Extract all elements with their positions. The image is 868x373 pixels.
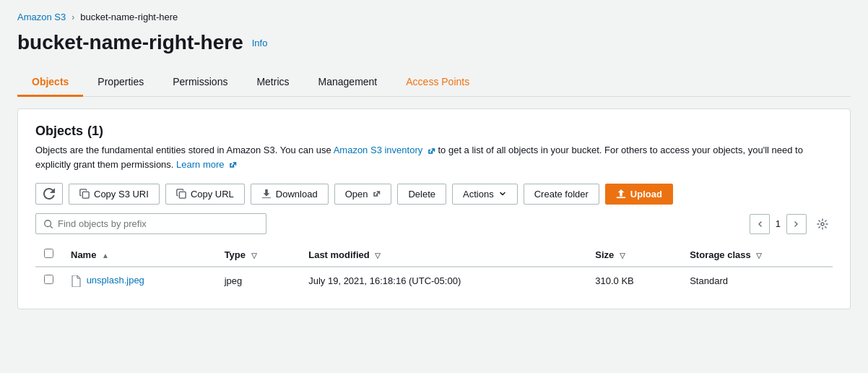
open-button[interactable]: Open	[334, 184, 392, 205]
tabs-container: Objects Properties Permissions Metrics M…	[17, 69, 851, 97]
panel-description: Objects are the fundamental entities sto…	[35, 143, 833, 171]
search-box	[35, 213, 266, 234]
panel-header: Objects (1) Objects are the fundamental …	[35, 124, 833, 171]
sort-size-icon: ▽	[620, 252, 625, 260]
sort-type-icon: ▽	[251, 252, 257, 260]
panel-count: (1)	[87, 124, 103, 139]
tab-permissions[interactable]: Permissions	[158, 69, 242, 97]
file-link[interactable]: unsplash.jpeg	[87, 275, 144, 286]
search-input[interactable]	[58, 218, 259, 229]
chevron-right-icon	[793, 220, 800, 228]
upload-icon	[616, 189, 626, 199]
row-modified-cell: July 19, 2021, 16:18:16 (UTC-05:00)	[300, 267, 586, 294]
table-settings-button[interactable]	[812, 214, 833, 234]
search-pagination-row: 1	[35, 213, 833, 234]
upload-button[interactable]: Upload	[605, 184, 673, 205]
learn-more-link[interactable]: Learn more	[176, 159, 224, 170]
copy-icon-url	[176, 189, 186, 199]
panel-title: Objects	[35, 124, 83, 139]
toolbar: Copy S3 URI Copy URL Download Open Delet…	[35, 183, 833, 205]
objects-panel: Objects (1) Objects are the fundamental …	[17, 108, 851, 309]
learn-more-external-icon	[228, 160, 237, 169]
copy-s3-uri-button[interactable]: Copy S3 URI	[69, 184, 160, 205]
pagination: 1	[750, 214, 833, 234]
tab-management[interactable]: Management	[304, 69, 392, 97]
row-name-cell: unsplash.jpeg	[62, 267, 216, 294]
actions-chevron-icon	[498, 189, 507, 198]
row-checkbox[interactable]	[44, 275, 53, 284]
column-header-size[interactable]: Size ▽	[586, 243, 681, 267]
file-icon	[71, 275, 81, 287]
external-link-icon	[427, 147, 435, 155]
row-checkbox-cell	[35, 267, 62, 294]
tab-metrics[interactable]: Metrics	[242, 69, 303, 97]
breadcrumb-amazon-s3-link[interactable]: Amazon S3	[17, 12, 66, 22]
sort-name-icon: ▲	[102, 252, 109, 260]
row-storage-class-cell: Standard	[681, 267, 833, 294]
sort-modified-icon: ▽	[375, 252, 381, 260]
sort-storage-icon: ▽	[756, 252, 762, 260]
column-header-storage-class[interactable]: Storage class ▽	[681, 243, 833, 267]
actions-button[interactable]: Actions	[452, 184, 518, 205]
settings-icon	[817, 218, 828, 230]
next-page-button[interactable]	[786, 214, 807, 234]
copy-icon-s3	[79, 189, 90, 199]
column-header-last-modified[interactable]: Last modified ▽	[300, 243, 586, 267]
chevron-left-icon	[756, 220, 763, 228]
row-size-cell: 310.0 KB	[586, 267, 681, 294]
delete-button[interactable]: Delete	[397, 184, 446, 205]
page-header: bucket-name-right-here Info	[17, 31, 851, 54]
svg-rect-0	[82, 192, 89, 198]
column-header-name[interactable]: Name ▲	[62, 243, 216, 267]
inventory-link[interactable]: Amazon S3 inventory	[334, 145, 423, 155]
tab-properties[interactable]: Properties	[83, 69, 158, 97]
refresh-button[interactable]	[35, 183, 63, 205]
tab-access-points[interactable]: Access Points	[391, 69, 484, 97]
table-header-row: Name ▲ Type ▽ Last modified ▽ Size ▽	[35, 243, 833, 267]
objects-table: Name ▲ Type ▽ Last modified ▽ Size ▽	[35, 243, 833, 294]
page-title: bucket-name-right-here	[17, 31, 243, 54]
download-button[interactable]: Download	[251, 184, 329, 205]
breadcrumb: Amazon S3 › bucket-name-right-here	[17, 12, 851, 22]
search-icon	[43, 219, 53, 229]
table-row: unsplash.jpeg jpeg July 19, 2021, 16:18:…	[35, 267, 833, 294]
tab-objects[interactable]: Objects	[17, 69, 83, 97]
svg-point-3	[821, 223, 824, 226]
select-all-checkbox[interactable]	[44, 249, 53, 258]
open-external-icon	[372, 189, 381, 198]
prev-page-button[interactable]	[750, 214, 770, 234]
select-all-header	[35, 243, 62, 267]
breadcrumb-current: bucket-name-right-here	[80, 12, 178, 22]
page-number: 1	[776, 218, 781, 229]
svg-rect-1	[179, 192, 186, 198]
info-link[interactable]: Info	[252, 38, 268, 48]
download-icon	[261, 189, 272, 199]
copy-url-button[interactable]: Copy URL	[165, 184, 245, 205]
row-type-cell: jpeg	[216, 267, 300, 294]
column-header-type[interactable]: Type ▽	[216, 243, 300, 267]
breadcrumb-separator: ›	[71, 12, 74, 22]
create-folder-button[interactable]: Create folder	[524, 184, 599, 205]
refresh-icon	[43, 188, 55, 200]
